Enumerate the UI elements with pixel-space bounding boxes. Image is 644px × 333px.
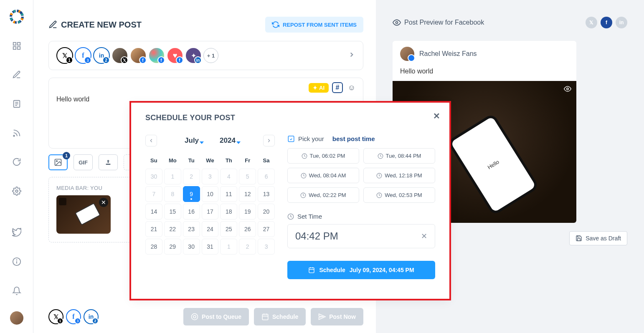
media-thumbnail[interactable]: ✕ <box>56 195 111 234</box>
best-time-option[interactable]: Wed, 08:04 AM <box>287 168 359 183</box>
calendar-day[interactable]: 29 <box>164 239 181 255</box>
calendar-day[interactable]: 5 <box>239 169 256 184</box>
calendar-next[interactable] <box>263 135 275 146</box>
calendar-day[interactable]: 10 <box>202 186 219 202</box>
calendar-day[interactable]: 23 <box>183 221 200 237</box>
pin-icon[interactable] <box>59 198 66 205</box>
dashboard-icon[interactable] <box>8 38 25 54</box>
calendar-day[interactable]: 26 <box>239 221 256 237</box>
info-icon[interactable] <box>8 253 25 270</box>
post-to-queue-button[interactable]: Post to Queue <box>183 308 249 325</box>
footer-account-fb[interactable]: f3 <box>66 309 81 324</box>
calendar-day[interactable]: 3 <box>258 239 275 255</box>
calendar-day[interactable]: 1 <box>164 169 181 184</box>
calendar-day[interactable]: 2 <box>183 169 200 184</box>
app-logo[interactable] <box>8 8 25 25</box>
twitter-icon[interactable] <box>8 225 25 241</box>
calendar-day[interactable]: 14 <box>145 204 162 219</box>
svg-point-13 <box>15 190 18 192</box>
footer-accounts: 𝕏1 f3 in2 <box>48 309 99 324</box>
best-time-option[interactable]: Wed, 12:18 PM <box>363 168 435 183</box>
clear-time-icon[interactable]: ✕ <box>421 232 427 241</box>
calendar-day[interactable]: 16 <box>183 204 200 219</box>
accounts-card[interactable]: 𝕏1 f3 in2 𝕏 f f ♥f ✦in + 1 <box>48 41 363 70</box>
feed-icon[interactable] <box>8 96 25 112</box>
calendar-day[interactable]: 15 <box>164 204 181 219</box>
account-x[interactable]: 𝕏1 <box>56 47 73 64</box>
modal-close-icon[interactable]: ✕ <box>433 111 440 121</box>
calendar-month[interactable]: July <box>185 136 199 145</box>
page-title: CREATE NEW POST <box>48 20 142 30</box>
calendar-day[interactable]: 7 <box>145 186 162 202</box>
calendar-day[interactable]: 1 <box>220 239 237 255</box>
calendar-day[interactable]: 24 <box>202 221 219 237</box>
calendar-day[interactable]: 27 <box>258 221 275 237</box>
calendar-day[interactable]: 30 <box>145 169 162 184</box>
calendar-day[interactable]: 30 <box>183 239 200 255</box>
calendar-day[interactable]: 18 <box>220 204 237 219</box>
time-input[interactable]: 04:42 PM ✕ <box>287 224 435 248</box>
preview-fb-icon[interactable]: f <box>601 17 612 28</box>
best-time-option[interactable]: Wed, 02:53 PM <box>363 187 435 203</box>
calendar-day[interactable]: 28 <box>145 239 162 255</box>
best-time-option[interactable]: Wed, 02:22 PM <box>287 187 359 203</box>
footer-account-x[interactable]: 𝕏1 <box>48 309 63 324</box>
calendar-day[interactable]: 8 <box>164 186 181 202</box>
calendar-day[interactable]: 3 <box>202 169 219 184</box>
calendar-day[interactable]: 20 <box>258 204 275 219</box>
calendar-day[interactable]: 2 <box>239 239 256 255</box>
calendar-day[interactable]: 25 <box>220 221 237 237</box>
post-now-button[interactable]: Post Now <box>311 308 363 325</box>
calendar-day[interactable]: 4 <box>220 169 237 184</box>
preview-x-icon[interactable]: 𝕏 <box>586 17 597 28</box>
account-profile-3[interactable]: f <box>148 47 165 64</box>
remove-media-icon[interactable]: ✕ <box>99 198 108 207</box>
calendar-day[interactable]: 22 <box>164 221 181 237</box>
bell-icon[interactable] <box>8 283 25 299</box>
ai-button[interactable]: ✦ AI <box>309 83 329 93</box>
account-more[interactable]: + 1 <box>203 48 218 63</box>
preview-li-icon[interactable]: in <box>616 17 627 28</box>
modal-title: SCHEDULE YOUR POST <box>145 114 435 122</box>
calendar-day[interactable]: 19 <box>239 204 256 219</box>
preview-eye-icon[interactable] <box>564 85 571 94</box>
account-profile-1[interactable]: 𝕏 <box>112 47 128 64</box>
hashtag-button[interactable]: # <box>332 82 343 93</box>
image-button[interactable]: 1 <box>48 154 68 170</box>
schedule-button[interactable]: Schedule <box>254 308 306 325</box>
calendar-day[interactable]: 21 <box>145 221 162 237</box>
upload-button[interactable] <box>99 154 118 170</box>
calendar-day[interactable]: 12 <box>239 186 256 202</box>
best-time-option[interactable]: Tue, 06:02 PM <box>287 148 359 164</box>
calendar-day[interactable]: 17 <box>202 204 219 219</box>
settings-icon[interactable] <box>8 183 25 199</box>
account-profile-5[interactable]: ✦in <box>185 47 202 64</box>
save-draft-button[interactable]: Save as Draft <box>569 231 627 245</box>
recycle-icon[interactable] <box>8 154 25 170</box>
account-profile-2[interactable]: f <box>130 47 147 64</box>
best-time-option[interactable]: Tue, 08:44 PM <box>363 148 435 164</box>
account-facebook[interactable]: f3 <box>75 47 91 64</box>
calendar-day[interactable]: 13 <box>258 186 275 202</box>
calendar-year[interactable]: 2024 <box>220 136 236 145</box>
footer-account-li[interactable]: in2 <box>84 309 99 324</box>
gif-button[interactable]: GIF <box>74 154 93 170</box>
account-linkedin[interactable]: in2 <box>93 47 110 64</box>
calendar-grid: SuMoTuWeThFrSa30123456789101112131415161… <box>145 154 275 255</box>
user-avatar[interactable] <box>10 311 23 325</box>
calendar-day[interactable]: 31 <box>202 239 219 255</box>
calendar-prev[interactable] <box>145 135 157 146</box>
compose-icon[interactable] <box>8 67 25 83</box>
repost-button[interactable]: REPOST FROM SENT ITEMS <box>265 17 363 33</box>
chevron-right-icon[interactable] <box>348 51 355 60</box>
emoji-button[interactable]: ☺ <box>346 82 357 93</box>
schedule-confirm-button[interactable]: Schedule July 09, 2024, 04:45 PM <box>287 261 435 279</box>
calendar-day[interactable]: 11 <box>220 186 237 202</box>
svg-point-16 <box>16 260 17 260</box>
svg-rect-5 <box>17 43 20 45</box>
calendar-day[interactable]: 9 <box>183 186 200 202</box>
rss-icon[interactable] <box>8 125 25 141</box>
svg-point-27 <box>396 22 398 24</box>
calendar-day[interactable]: 6 <box>258 169 275 184</box>
account-profile-4[interactable]: ♥f <box>167 47 183 64</box>
